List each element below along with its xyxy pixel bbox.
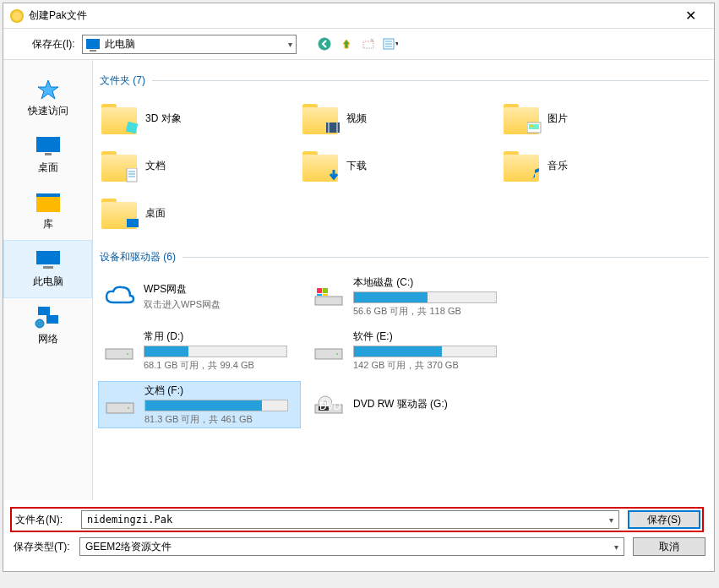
folder-pictures[interactable]: 图片 <box>500 96 694 140</box>
sidebar-item-label: 快速访问 <box>28 104 68 118</box>
app-icon <box>10 9 24 23</box>
svg-point-36 <box>336 353 338 355</box>
sidebar-libraries[interactable]: 库 <box>3 183 92 240</box>
chevron-down-icon: ▾ <box>288 40 292 49</box>
folder-icon <box>101 102 137 134</box>
drive-name: 本地磁盘 (C:) <box>353 275 507 290</box>
svg-point-34 <box>127 353 128 355</box>
folders-group-header[interactable]: 文件夹 (7) <box>100 74 709 88</box>
back-icon[interactable] <box>317 36 332 52</box>
drive-f[interactable]: 文档 (F:) 81.3 GB 可用，共 461 GB <box>98 381 301 428</box>
svg-rect-29 <box>317 288 322 293</box>
chevron-down-icon[interactable]: ▾ <box>609 515 613 525</box>
svg-rect-35 <box>315 349 342 359</box>
sidebar-quickaccess[interactable]: 快速访问 <box>3 70 92 127</box>
svg-point-38 <box>128 407 129 409</box>
sidebar-thispc[interactable]: 此电脑 <box>3 240 92 298</box>
filename-field[interactable]: ▾ <box>81 510 619 529</box>
windrive-icon <box>311 280 346 313</box>
sidebar-desktop[interactable]: 桌面 <box>3 127 92 183</box>
svg-rect-37 <box>106 403 133 413</box>
drives-group-header[interactable]: 设备和驱动器 (6) <box>100 250 709 264</box>
location-dropdown[interactable]: 此电脑 ▾ <box>82 35 297 54</box>
folder-documents[interactable]: 文档 <box>98 144 292 188</box>
titlebar: 创建Pak文件 ✕ <box>3 3 714 29</box>
svg-rect-28 <box>315 297 342 305</box>
drive-d[interactable]: 常用 (D:) 68.1 GB 可用，共 99.4 GB <box>98 327 301 374</box>
folder-3dobjects[interactable]: 3D 对象 <box>98 96 292 140</box>
folder-icon <box>101 197 137 229</box>
folder-videos[interactable]: 视频 <box>299 96 493 140</box>
close-button[interactable]: ✕ <box>673 4 707 28</box>
drive-usage-text: 81.3 GB 可用，共 461 GB <box>144 413 297 426</box>
folder-downloads[interactable]: 下载 <box>299 144 493 188</box>
svg-rect-31 <box>317 294 322 296</box>
drive-name: DVD RW 驱动器 (G:) <box>353 397 507 411</box>
filetype-dropdown[interactable]: GEEM2络资源文件 ▾ <box>79 537 624 556</box>
folder-label: 音乐 <box>547 159 568 173</box>
folder-label: 桌面 <box>145 206 166 220</box>
save-in-label: 保存在(I): <box>32 37 75 52</box>
svg-rect-8 <box>36 197 60 212</box>
cancel-button[interactable]: 取消 <box>633 537 705 556</box>
drive-name: 软件 (E:) <box>353 329 507 344</box>
drive-wps[interactable]: WPS网盘 双击进入WPS网盘 <box>98 273 301 320</box>
filename-input[interactable] <box>87 514 609 525</box>
folder-label: 文档 <box>145 159 166 173</box>
sidebar-network[interactable]: 网络 <box>3 298 92 355</box>
svg-rect-23 <box>127 168 137 182</box>
svg-rect-1 <box>363 41 373 48</box>
drive-e[interactable]: 软件 (E:) 142 GB 可用，共 370 GB <box>308 327 510 374</box>
save-button[interactable]: 保存(S) <box>628 510 700 529</box>
usage-bar <box>353 291 497 303</box>
drive-name: 文档 (F:) <box>144 384 297 398</box>
svg-rect-11 <box>36 251 60 264</box>
folder-icon <box>101 150 137 182</box>
svg-rect-33 <box>106 349 133 359</box>
thispc-icon <box>33 248 63 271</box>
svg-rect-10 <box>36 193 60 197</box>
svg-rect-14 <box>46 315 58 324</box>
sidebar: 快速访问 桌面 库 此电脑 网络 <box>3 60 93 500</box>
svg-rect-12 <box>43 266 53 269</box>
desktop-icon <box>33 133 63 157</box>
svg-point-22 <box>531 125 533 128</box>
folder-desktop[interactable]: 桌面 <box>98 191 292 235</box>
folder-music[interactable]: 音乐 <box>500 144 694 188</box>
svg-rect-16 <box>126 122 139 134</box>
chevron-down-icon: ▾ <box>614 542 618 552</box>
sidebar-item-label: 此电脑 <box>33 275 63 289</box>
save-dialog: 创建Pak文件 ✕ 保存在(I): 此电脑 ▾ 快速访问 桌面 <box>3 3 715 572</box>
location-text: 此电脑 <box>105 37 135 52</box>
network-icon <box>33 305 63 329</box>
drive-usage-text: 68.1 GB 可用，共 99.4 GB <box>144 359 297 372</box>
main-area: 快速访问 桌面 库 此电脑 网络 文件夹 (7) <box>3 59 714 500</box>
folder-label: 视频 <box>346 112 367 126</box>
svg-rect-27 <box>127 219 139 227</box>
drive-name: 常用 (D:) <box>144 329 297 344</box>
drive-c[interactable]: 本地磁盘 (C:) 56.6 GB 可用，共 118 GB <box>308 273 510 320</box>
drive-usage-text: 56.6 GB 可用，共 118 GB <box>353 305 507 318</box>
folder-label: 图片 <box>547 112 568 126</box>
drive-usage-text: 142 GB 可用，共 370 GB <box>353 359 507 372</box>
nav-icons <box>317 36 398 52</box>
filename-label: 文件名(N): <box>14 513 73 527</box>
folder-icon <box>504 102 539 134</box>
sidebar-item-label: 网络 <box>38 332 58 346</box>
view-menu-icon[interactable] <box>383 36 398 52</box>
drive-sub: 双击进入WPS网盘 <box>144 298 297 311</box>
up-icon[interactable] <box>339 36 354 52</box>
svg-rect-18 <box>328 122 330 133</box>
drive-g[interactable]: DVD DVD RW 驱动器 (G:) <box>308 381 510 428</box>
svg-rect-19 <box>336 122 338 133</box>
usage-bar <box>144 400 288 411</box>
folder-icon <box>302 102 338 134</box>
svg-rect-13 <box>38 307 50 315</box>
svg-text:DVD: DVD <box>319 400 341 412</box>
new-folder-icon[interactable] <box>361 36 376 52</box>
folder-icon <box>302 150 338 182</box>
folder-label: 3D 对象 <box>145 112 182 126</box>
usage-bar <box>353 346 497 357</box>
svg-rect-21 <box>529 124 539 129</box>
toolbar: 保存在(I): 此电脑 ▾ <box>3 29 714 59</box>
